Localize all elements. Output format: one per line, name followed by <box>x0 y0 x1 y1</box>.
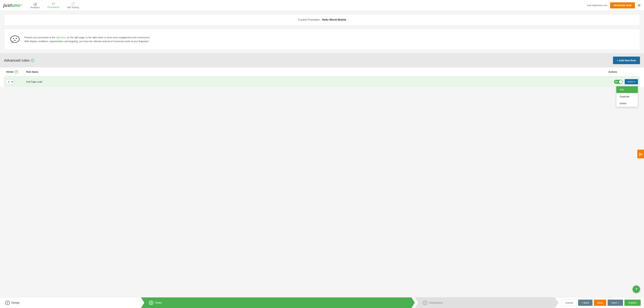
step-1-label: Design <box>12 301 20 304</box>
side-tab[interactable]: ju <box>637 150 644 158</box>
analytics-icon: 📊 <box>33 2 37 6</box>
footer-nav: 1 Design 2 Rules 3 Integrations Cancel <… <box>0 297 644 308</box>
promotion-banner: Current Promotion : Hello World Mobile <box>4 14 640 26</box>
help-float-button[interactable]: ? <box>632 285 640 293</box>
advanced-rules-section: Advanced rules ? + Add New Rule <box>0 53 644 68</box>
cancel-button[interactable]: Cancel <box>562 299 577 306</box>
dropdown-delete[interactable]: Delete <box>616 100 638 107</box>
promotions-icon: 🏷 <box>52 2 55 6</box>
publish-button[interactable]: Publish <box>624 299 641 306</box>
step-3-num: 3 <box>423 300 427 305</box>
step-integrations[interactable]: 3 Integrations <box>415 297 558 308</box>
info-section: Present your promotion at the right time… <box>4 29 640 50</box>
rules-table: #Order ? Rule Name Actions 1 2 3 <box>4 68 640 87</box>
header-right: matt.m@justuno.com UPGRADE NOW ⚙ <box>587 2 641 9</box>
nav-promotions[interactable]: 🏷 Promotions <box>46 1 61 9</box>
step-bar: 1 Design 2 Rules 3 Integrations <box>0 297 558 308</box>
svg-point-1 <box>13 38 14 39</box>
col-actions: Actions <box>606 68 640 76</box>
actions-cell-inner: ON Action ▾ Edit Duplicate D <box>608 79 638 84</box>
add-new-rule-button[interactable]: + Add New Rule <box>613 57 640 64</box>
order-select[interactable]: 1 2 3 <box>6 79 14 84</box>
info-icon <box>10 33 20 46</box>
info-line1: Present your promotion at the right time… <box>24 36 150 39</box>
save-button[interactable]: Save <box>594 299 606 306</box>
logo[interactable]: justuno™ <box>3 3 22 8</box>
dropdown-edit[interactable]: Edit <box>616 86 638 93</box>
step-3-label: Integrations <box>429 301 443 304</box>
nav-promotions-label: Promotions <box>48 6 59 9</box>
main-nav: 📊 Analytics 🏷 Promotions 📄 A/B Testing <box>29 1 587 10</box>
info-line2: With display conditions, segmentation an… <box>24 40 150 43</box>
step-rules[interactable]: 2 Rules <box>141 297 415 308</box>
promotion-label: Current Promotion : <box>298 18 321 21</box>
step-design[interactable]: 1 Design <box>0 297 141 308</box>
step-1-num: 1 <box>5 300 10 305</box>
action-dropdown: Edit Duplicate Delete <box>616 86 638 107</box>
svg-point-0 <box>10 36 19 43</box>
actions-cell: ON Action ▾ Edit Duplicate D <box>606 76 640 87</box>
rules-table-container: #Order ? Rule Name Actions 1 2 3 <box>0 68 644 87</box>
rule-name-cell: 2nd Page Load <box>24 76 606 87</box>
nav-ab-testing[interactable]: 📄 A/B Testing <box>66 1 80 10</box>
header: justuno™ 📊 Analytics 🏷 Promotions 📄 A/B … <box>0 0 644 11</box>
col-rule-name: Rule Name <box>24 68 606 76</box>
action-button[interactable]: Action ▾ <box>625 79 638 84</box>
dropdown-duplicate[interactable]: Duplicate <box>616 93 638 100</box>
main-content: Current Promotion : Hello World Mobile P… <box>0 14 644 87</box>
advanced-rules-help-icon[interactable]: ? <box>31 59 34 62</box>
nav-ab-testing-label: A/B Testing <box>67 6 79 9</box>
step-2-num: 2 <box>149 300 153 305</box>
order-cell: 1 2 3 <box>4 76 24 87</box>
info-text: Present your promotion at the right time… <box>24 36 150 43</box>
ab-testing-icon: 📄 <box>71 2 75 6</box>
svg-point-2 <box>16 38 17 39</box>
chevron-down-icon: ▾ <box>634 80 635 83</box>
promotion-name: Hello World Mobile <box>322 18 346 21</box>
user-email: matt.m@justuno.com <box>587 4 608 7</box>
table-row: 1 2 3 2nd Page Load ON <box>4 76 640 87</box>
rule-toggle[interactable]: ON <box>614 80 623 84</box>
gear-icon[interactable]: ⚙ <box>638 3 641 8</box>
col-order: #Order ? <box>4 68 24 76</box>
back-button[interactable]: < Back <box>578 299 592 306</box>
next-button[interactable]: Next > <box>608 299 623 306</box>
footer-actions: Cancel < Back Save Next > Publish <box>558 299 644 306</box>
step-2-label: Rules <box>155 301 162 304</box>
nav-analytics-label: Analytics <box>30 6 40 9</box>
upgrade-button[interactable]: UPGRADE NOW <box>610 2 635 9</box>
toggle-knob <box>619 80 622 83</box>
nav-analytics[interactable]: 📊 Analytics <box>29 1 41 10</box>
order-help-icon[interactable]: ? <box>15 70 18 74</box>
advanced-rules-title: Advanced rules ? <box>4 58 34 63</box>
